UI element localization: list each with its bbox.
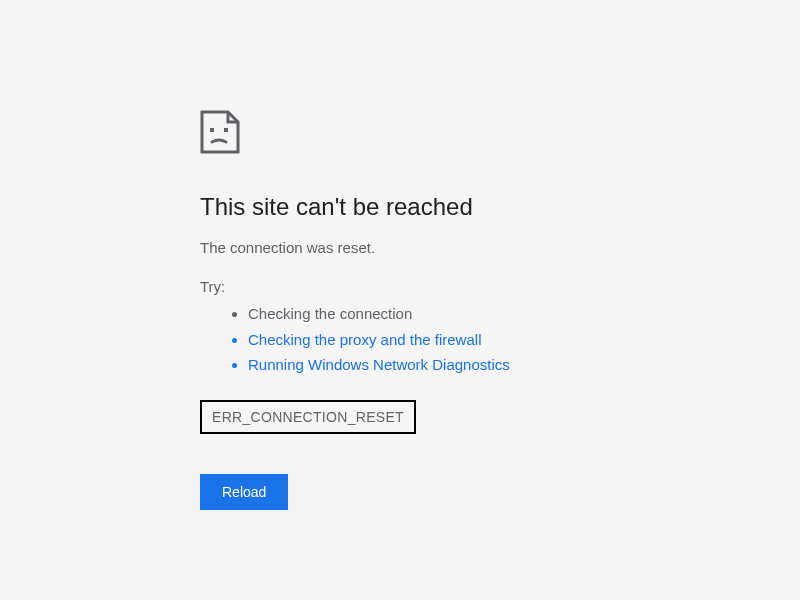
- suggestion-run-diagnostics-link[interactable]: Running Windows Network Diagnostics: [248, 352, 560, 378]
- svg-rect-0: [210, 128, 214, 132]
- error-title: This site can't be reached: [200, 193, 560, 221]
- reload-button[interactable]: Reload: [200, 474, 288, 510]
- sad-page-icon: [200, 110, 560, 158]
- error-page-container: This site can't be reached The connectio…: [0, 0, 560, 510]
- error-code: ERR_CONNECTION_RESET: [212, 409, 404, 425]
- try-label: Try:: [200, 278, 560, 295]
- error-code-highlight-box: ERR_CONNECTION_RESET: [200, 400, 416, 434]
- suggestions-list: Checking the connection Checking the pro…: [200, 301, 560, 378]
- suggestion-check-connection: Checking the connection: [248, 301, 560, 327]
- error-message: The connection was reset.: [200, 239, 560, 256]
- suggestion-check-proxy-link[interactable]: Checking the proxy and the firewall: [248, 327, 560, 353]
- svg-rect-1: [224, 128, 228, 132]
